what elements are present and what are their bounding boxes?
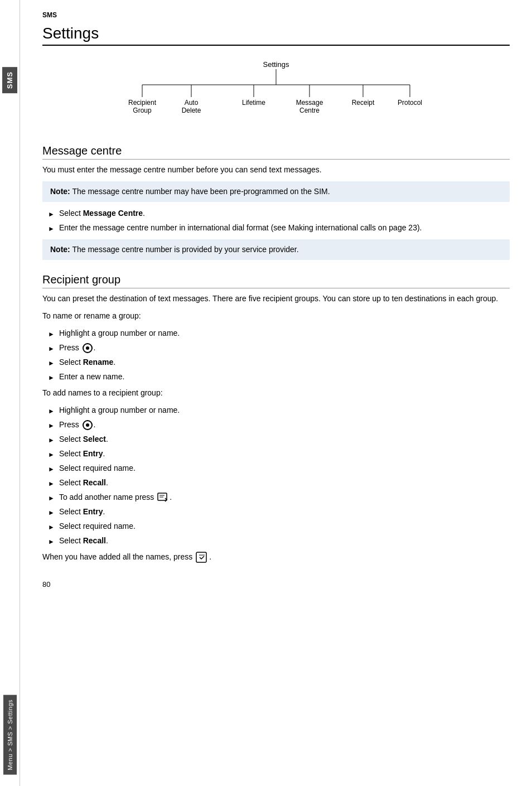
circle-button-icon [83,420,93,430]
message-centre-heading: Message centre [42,144,510,160]
breadcrumb: SMS [42,11,510,19]
add-label: To add names to a recipient group: [42,387,510,399]
list-item: ► Select Message Centre. [48,208,510,219]
bullet-text: Select Select. [59,433,510,445]
note-box-2: Note: The message centre number is provi… [42,239,510,260]
bullet-text: To add another name press . [59,491,510,503]
recipient-group-intro: You can preset the destination of text m… [42,293,510,305]
rename-bullets: ► Highlight a group number or name. ► Pr… [48,327,510,383]
bullet-arrow-icon: ► [48,406,55,416]
bullet-text: Select Recall. [59,535,510,547]
sidebar-top-label: SMS [2,67,17,93]
bullet-text: Highlight a group number or name. [59,327,510,339]
bullet-text: Select Recall. [59,477,510,489]
list-item: ► Select Entry. [48,448,510,460]
svg-rect-21 [196,552,206,562]
bullet-text: Select Rename. [59,356,510,368]
bullet-arrow-icon: ► [48,421,55,431]
bullet-arrow-icon: ► [48,435,55,445]
list-item: ► Select required name. [48,520,510,532]
svg-text:Centre: Centre [299,107,320,114]
list-item: ► Highlight a group number or name. [48,404,510,416]
svg-text:Recipient: Recipient [128,99,157,107]
bullet-text: Select required name. [59,520,510,532]
svg-text:Settings: Settings [263,60,289,69]
list-item: ► Select required name. [48,462,510,474]
list-item: ► Press . [48,342,510,354]
list-item: ► Highlight a group number or name. [48,327,510,339]
message-compose-icon [157,493,168,503]
add-bullets: ► Highlight a group number or name. ► Pr… [48,404,510,547]
bullet-text: Press . [59,419,510,431]
bullet-arrow-icon: ► [48,358,55,368]
bullet-text: Select Message Centre. [59,208,510,219]
svg-text:Receipt: Receipt [352,99,375,107]
list-item: ► Select Recall. [48,535,510,547]
page-title: Settings [42,25,510,46]
svg-text:Group: Group [133,107,152,114]
svg-text:Message: Message [296,99,323,107]
bullet-text: Select required name. [59,462,510,474]
bullet-arrow-icon: ► [48,209,55,219]
message-centre-intro: You must enter the message centre number… [42,164,510,176]
page-footer: 80 [42,580,510,589]
sidebar-bottom-label: Menu > SMS > Settings [3,695,17,775]
bullet-text: Enter a new name. [59,371,510,383]
settings-tree-svg: Settings Recipient Group Auto Delete Lif… [109,57,443,129]
bullet-arrow-icon: ► [48,450,55,460]
circle-button-icon [83,343,93,353]
message-centre-bullets: ► Select Message Centre. ► Enter the mes… [48,208,510,234]
bullet-arrow-icon: ► [48,224,55,234]
svg-text:Protocol: Protocol [398,99,422,107]
footer-text: When you have added all the names, press… [42,551,510,563]
bullet-arrow-icon: ► [48,508,55,518]
svg-text:Auto: Auto [185,99,199,107]
bullet-arrow-icon: ► [48,344,55,354]
list-item: ► Select Rename. [48,356,510,368]
note1-text: The message centre number may have been … [70,187,330,196]
svg-text:Delete: Delete [182,107,201,114]
bullet-arrow-icon: ► [48,329,55,339]
bullet-text: Press . [59,342,510,354]
bullet-arrow-icon: ► [48,522,55,532]
bullet-arrow-icon: ► [48,464,55,474]
list-item: ► To add another name press . [48,491,510,503]
sidebar: SMS Menu > SMS > Settings [0,0,20,786]
bullet-arrow-icon: ► [48,373,55,383]
list-item: ► Select Select. [48,433,510,445]
tree-diagram: Settings Recipient Group Auto Delete Lif… [109,57,443,131]
note2-label: Note: [50,245,70,254]
list-item: ► Press . [48,419,510,431]
main-content: SMS Settings Settings Recipient Group Au… [20,0,532,611]
bullet-arrow-icon: ► [48,493,55,503]
note1-label: Note: [50,187,70,196]
list-item: ► Enter the message centre number in int… [48,222,510,234]
back-phone-icon [196,551,208,563]
list-item: ► Enter a new name. [48,371,510,383]
list-item: ► Select Entry. [48,506,510,518]
bullet-arrow-icon: ► [48,537,55,547]
note-box-1: Note: The message centre number may have… [42,181,510,202]
svg-text:Lifetime: Lifetime [242,99,265,107]
recipient-group-heading: Recipient group [42,273,510,288]
note2-text: The message centre number is provided by… [70,245,299,254]
bullet-text: Select Entry. [59,506,510,518]
bullet-text: Highlight a group number or name. [59,404,510,416]
bullet-arrow-icon: ► [48,479,55,489]
bullet-text: Enter the message centre number in inter… [59,222,510,234]
rename-label: To name or rename a group: [42,310,510,322]
bullet-text: Select Entry. [59,448,510,460]
list-item: ► Select Recall. [48,477,510,489]
